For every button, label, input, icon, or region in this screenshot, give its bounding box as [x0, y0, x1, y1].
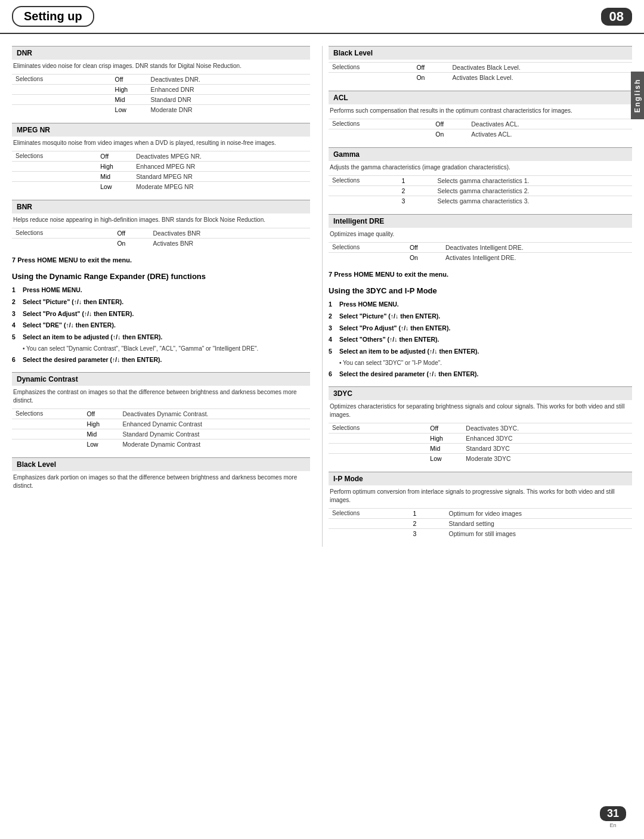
dynamic-contrast-table: Selections Off Deactivates Dynamic Contr… — [12, 408, 310, 449]
3dyc-heading: 3DYC — [329, 386, 632, 400]
table-row: High Enhanced 3DYC — [329, 433, 632, 443]
step-text: Select the desired parameter (↑/↓ then E… — [23, 355, 162, 365]
step-text: Select "Pro Adjust" (↑/↓ then ENTER). — [23, 309, 134, 319]
gamma-section: Gamma Adjusts the gamma characteristics … — [329, 147, 632, 206]
acl-heading: ACL — [329, 91, 632, 104]
step-num: 3 — [329, 324, 337, 333]
cell-value: Off — [413, 63, 448, 73]
selections-label: Selections — [329, 508, 409, 518]
selections-label: Selections — [12, 408, 83, 419]
table-row: 3 Selects gamma characteristics 3. — [329, 196, 632, 206]
cell-desc: Deactivates Intelligent DRE. — [442, 243, 632, 253]
left-column: DNR Eliminates video noise for clean cri… — [12, 46, 322, 547]
cell-desc: Deactivates Black Level. — [448, 63, 632, 73]
dre-section-title: Using the Dynamic Range Expander (DRE) f… — [12, 272, 310, 281]
black-level-table: Selections Off Deactivates Black Level. … — [329, 62, 632, 82]
list-item: 5 Select an item to be adjusted (↑/↓ the… — [12, 333, 310, 353]
acl-desc: Performs such compensation that results … — [329, 107, 632, 115]
cell-value: Off — [97, 151, 132, 162]
intelligent-dre-section: Intelligent DRE Optimizes image quality.… — [329, 214, 632, 262]
right-column: Black Level Selections Off Deactivates B… — [322, 46, 632, 547]
cell-value: Mid — [426, 443, 462, 453]
table-row: On Activates Intelligent DRE. — [329, 253, 632, 263]
step-num: 6 — [12, 355, 20, 365]
cell-desc: Standard MPEG NR — [132, 172, 310, 182]
table-row: Selections 1 Selects gamma characteristi… — [329, 176, 632, 186]
cell-desc: Deactivates MPEG NR. — [132, 151, 310, 162]
table-row: Low Moderate DNR — [12, 105, 310, 115]
cell-value: 3 — [398, 196, 434, 206]
black-level-heading: Black Level — [329, 46, 632, 60]
step-text: Select "Picture" (↑/↓ then ENTER). — [23, 298, 123, 307]
cell-value: High — [97, 162, 132, 172]
gamma-desc: Adjusts the gamma characteristics (image… — [329, 163, 632, 172]
3dyc-table: Selections Off Deactivates 3DYC. High En… — [329, 423, 632, 463]
black-level-left-heading: Black Level — [12, 457, 310, 471]
cell-desc: Selects gamma characteristics 2. — [434, 186, 632, 196]
cell-value: 2 — [398, 186, 434, 196]
ip-mode-table: Selections 1 Optimum for video images 2 … — [329, 508, 632, 538]
table-row: On Activates BNR — [12, 239, 310, 249]
cell-value: On — [113, 239, 149, 249]
list-item: 2 Select "Picture" (↑/↓ then ENTER). — [12, 298, 310, 307]
step-num: 2 — [329, 312, 337, 321]
press-home-right: 7 Press HOME MENU to exit the menu. — [329, 271, 632, 278]
cell-desc: Standard Dynamic Contrast — [119, 429, 310, 439]
cell-value: 1 — [409, 508, 445, 518]
bnr-section: BNR Helps reduce noise appearing in high… — [12, 200, 310, 248]
cell-empty — [329, 186, 398, 196]
3dyc-desc: Optimizes characteristics for separating… — [329, 403, 632, 419]
step-num: 3 — [12, 309, 20, 319]
cell-empty — [12, 439, 83, 449]
cell-empty — [12, 182, 97, 192]
cell-value: Mid — [112, 95, 147, 105]
cell-desc: Moderate MPEG NR — [132, 182, 310, 192]
step-text: Select "Others" (↑/↓ then ENTER). — [339, 335, 439, 345]
step-text: Select "DRE" (↑/↓ then ENTER). — [23, 321, 116, 330]
table-row: Selections Off Deactivates Intelligent D… — [329, 243, 632, 253]
selections-label: Selections — [329, 63, 413, 73]
cell-empty — [12, 105, 112, 115]
cell-desc: Deactivates DNR. — [147, 75, 310, 85]
dynamic-contrast-section: Dynamic Contrast Emphasizes the contrast… — [12, 372, 310, 449]
bnr-desc: Helps reduce noise appearing in high-def… — [12, 216, 310, 224]
cell-value: High — [83, 419, 119, 429]
cell-value: Low — [426, 453, 462, 463]
selections-label: Selections — [329, 243, 406, 253]
table-row: 2 Standard setting — [329, 518, 632, 528]
step-num: 6 — [329, 370, 337, 379]
cell-value: High — [112, 85, 147, 95]
list-item: 4 Select "DRE" (↑/↓ then ENTER). — [12, 321, 310, 330]
black-level-section: Black Level Selections Off Deactivates B… — [329, 46, 632, 82]
table-row: 2 Selects gamma characteristics 2. — [329, 186, 632, 196]
cell-desc: Standard 3DYC — [462, 443, 632, 453]
cell-desc: Enhanced 3DYC — [462, 433, 632, 443]
bnr-table: Selections Off Deactivates BNR On Activa… — [12, 228, 310, 248]
cell-desc: Moderate 3DYC — [462, 453, 632, 463]
ip-mode-desc: Perform optimum conversion from interlac… — [329, 488, 632, 504]
cell-value: On — [432, 129, 467, 140]
page-number: 08 — [601, 8, 632, 26]
cell-desc: Deactivates 3DYC. — [462, 423, 632, 433]
dnr-table: Selections Off Deactivates DNR. High Enh… — [12, 74, 310, 114]
list-item: 2 Select "Picture" (↑/↓ then ENTER). — [329, 312, 632, 321]
cell-value: Mid — [97, 172, 132, 182]
cell-empty — [329, 528, 409, 538]
step-text: Select an item to be adjusted (↑/↓ then … — [23, 333, 163, 342]
page-title: Setting up — [12, 6, 94, 27]
cell-empty — [12, 172, 97, 182]
table-row: Selections Off Deactivates 3DYC. — [329, 423, 632, 433]
dnr-section: DNR Eliminates video noise for clean cri… — [12, 46, 310, 114]
step-note: • You can select "3DYC" or "I-P Mode". — [339, 359, 632, 367]
cell-empty — [329, 129, 432, 140]
table-row: 3 Optimum for still images — [329, 528, 632, 538]
cell-desc: Activates Intelligent DRE. — [442, 253, 632, 263]
cell-empty — [12, 95, 112, 105]
table-row: Selections Off Deactivates BNR — [12, 228, 310, 239]
cell-empty — [329, 518, 409, 528]
list-item: 6 Select the desired parameter (↑/↓ then… — [12, 355, 310, 365]
mpeg-nr-section: MPEG NR Eliminates mosquito noise from v… — [12, 123, 310, 191]
cell-desc: Selects gamma characteristics 3. — [434, 196, 632, 206]
black-level-left-section: Black Level Emphasizes dark portion on i… — [12, 457, 310, 490]
list-item: 1 Press HOME MENU. — [12, 286, 310, 295]
